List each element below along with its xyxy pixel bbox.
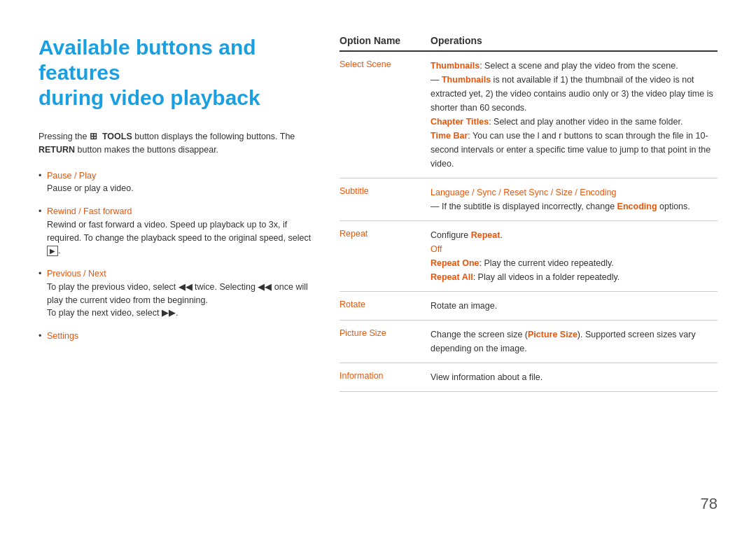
repeat-label: Repeat [471, 230, 500, 240]
title-line1: Available buttons and features [38, 36, 256, 84]
pause-play-title: Pause / Play [47, 171, 96, 181]
option-name-rotate: Rotate [340, 299, 430, 309]
list-item: Rewind / Fast forward Rewind or fast for… [38, 205, 312, 258]
option-name-picture-size: Picture Size [340, 328, 430, 338]
option-ops-select-scene: Thumbnails: Select a scene and play the … [430, 59, 718, 171]
pause-play-desc: Pause or play a video. [47, 183, 134, 193]
thumbnails-label: Thumbnails [430, 61, 479, 71]
option-ops-rotate: Rotate an image. [430, 299, 718, 313]
table-row: Select Scene Thumbnails: Select a scene … [340, 52, 718, 178]
rewind-ff-desc: Rewind or fast forward a video. Speed up… [47, 220, 311, 256]
col-option-name: Option Name [340, 35, 430, 46]
page-title: Available buttons and features during vi… [38, 35, 312, 111]
option-ops-picture-size: Change the screen size (Picture Size). S… [430, 328, 718, 356]
subtitle-note: — If the subtitle is displayed incorrect… [430, 202, 690, 211]
table-row: Rotate Rotate an image. [340, 292, 718, 321]
prev-next-title: Previous / Next [47, 269, 106, 279]
page-number: 78 [701, 495, 718, 513]
table-row: Repeat Configure Repeat. Off Repeat One:… [340, 221, 718, 292]
title-line2: during video playback [38, 86, 260, 109]
option-ops-subtitle: Language / Sync / Reset Sync / Size / En… [430, 185, 718, 213]
prev-next-desc2: To play the next video, select ▶▶. [47, 308, 178, 318]
option-name-subtitle: Subtitle [340, 185, 430, 196]
list-item: Pause / Play Pause or play a video. [38, 169, 312, 196]
dash-note-thumbnails: — Thumbnails is not available if 1) the … [430, 75, 713, 113]
chapter-titles-label: Chapter Titles [430, 117, 489, 127]
list-item: Settings [38, 330, 312, 343]
repeat-all-label: Repeat All [430, 272, 473, 282]
list-item: Previous / Next To play the previous vid… [38, 267, 312, 320]
table-row: Subtitle Language / Sync / Reset Sync / … [340, 178, 718, 221]
table-header: Option Name Operations [340, 35, 718, 52]
intro-paragraph: Pressing the ⊞ TOOLS button displays the… [38, 130, 312, 157]
repeat-off: Off [430, 244, 442, 254]
right-column: Option Name Operations Select Scene Thum… [340, 35, 718, 506]
option-name-select-scene: Select Scene [340, 59, 430, 69]
option-name-information: Information [340, 370, 430, 381]
features-list: Pause / Play Pause or play a video. Rewi… [38, 169, 312, 343]
repeat-one-label: Repeat One [430, 258, 479, 268]
option-ops-information: View information about a file. [430, 370, 718, 384]
table-row: Information View information about a fil… [340, 363, 718, 392]
option-ops-repeat: Configure Repeat. Off Repeat One: Play t… [430, 228, 718, 284]
subtitle-options: Language / Sync / Reset Sync / Size / En… [430, 188, 616, 197]
picture-size-label: Picture Size [528, 330, 578, 339]
left-column: Available buttons and features during vi… [38, 35, 312, 506]
settings-title: Settings [47, 331, 78, 341]
prev-next-desc1: To play the previous video, select ◀◀ tw… [47, 282, 308, 305]
time-bar-label: Time Bar [430, 131, 468, 141]
return-ref: RETURN [38, 145, 75, 155]
option-name-repeat: Repeat [340, 228, 430, 239]
table-row: Picture Size Change the screen size (Pic… [340, 321, 718, 363]
col-operations: Operations [430, 35, 718, 46]
page-container: Available buttons and features during vi… [0, 0, 756, 534]
tools-icon-ref: ⊞ TOOLS [90, 132, 132, 141]
rewind-ff-title: Rewind / Fast forward [47, 206, 132, 216]
